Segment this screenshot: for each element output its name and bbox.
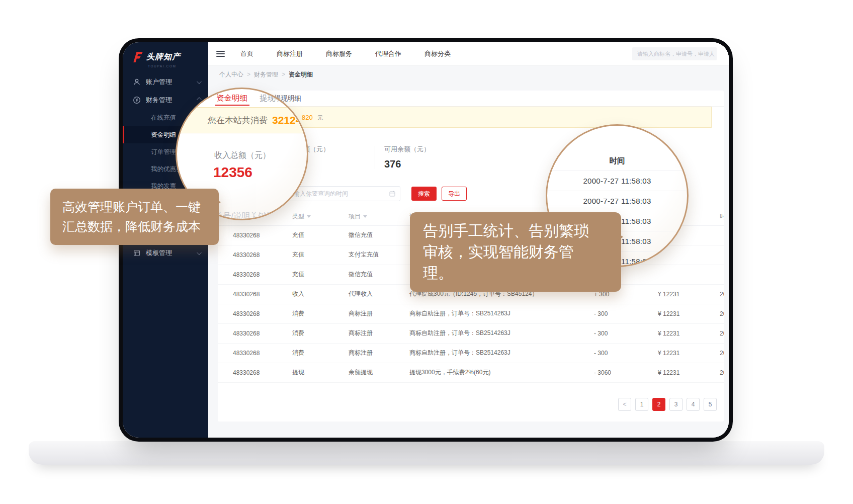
finance-icon [133,96,141,104]
consumption-banner: 820 元 [230,107,712,128]
brand-caption: TOUPAI.COM [123,64,208,73]
time-filter-input[interactable] [288,190,389,197]
breadcrumb-item-0[interactable]: 个人中心 [219,70,243,79]
column-header-1[interactable]: 类型 [277,208,333,225]
cell-project: 微信充值 [333,265,394,284]
sort-caret-icon [363,215,367,220]
nav-item-1[interactable]: 商标注册 [277,49,303,58]
cell-order: 48330268 [218,265,277,284]
cell-type: 消费 [277,304,333,323]
nav-menu: 首页商标注册商标服务代理合作商标分类 [240,49,451,58]
column-header-6: 时间 [714,208,724,225]
cell-project: 商标注册 [333,304,394,323]
cell-balance: ¥ 12231 [643,284,714,304]
magnified-income-label: 收入总额（元） [214,150,271,161]
cell-time [714,265,724,284]
nav-item-0[interactable]: 首页 [240,49,253,58]
cell-amount: - 3060 [579,363,643,382]
cell-type: 消费 [277,323,333,343]
chevron-down-icon [197,250,202,255]
page-prev-button[interactable]: < [618,398,631,411]
page-button-1[interactable]: 1 [635,398,648,411]
cell-time [714,225,724,245]
brand-logo-icon [131,51,143,63]
cell-project: 支付宝充值 [333,245,394,265]
magnified-banner-text: 您在本站共消费 [208,115,268,126]
cell-type: 消费 [277,343,333,363]
table-row: 48330268消费商标注册商标自助注册，订单号：SB2514263J- 300… [218,323,724,343]
magnified-time-row: 2000-7-27 11:58:03 [547,171,687,191]
cell-project: 商标注册 [333,343,394,363]
export-button[interactable]: 导出 [442,187,467,201]
cell-desc: 商标自助注册，订单号：SB2514263J [394,343,579,363]
cell-type: 提现 [277,363,333,382]
page-button-4[interactable]: 4 [687,398,700,411]
cell-time: 2000-7-27 11:58:03 [714,323,724,343]
top-navbar: 首页商标注册商标服务代理合作商标分类 [208,42,729,65]
cell-order: 48330268 [218,343,277,363]
hamburger-menu-icon[interactable] [216,49,226,58]
breadcrumb-item-1[interactable]: 财务管理 [254,70,278,79]
user-icon [133,78,141,86]
nav-item-2[interactable]: 商标服务 [326,49,352,58]
cell-time: 2000-7-27 11:58:03 [714,284,724,304]
page-button-2[interactable]: 2 [652,398,665,411]
table-row: 48330268消费商标注册商标自助注册，订单号：SB2514263J- 300… [218,304,724,323]
magnified-time-header: 时间 [547,149,687,171]
sort-caret-icon [307,215,311,220]
chevron-down-icon [197,79,202,84]
column-header-label: 时间 [720,213,724,220]
sidebar-group-2[interactable]: 模板管理 [123,244,208,262]
cell-desc: 提现3000元，手续费2%(60元) [394,363,579,382]
card-tabs: 资金明细提现明细 [218,91,724,107]
cell-time: 2000-7-27 11:58:03 [714,343,724,363]
time-filter-field[interactable] [282,186,400,201]
cell-order: 48330268 [218,363,277,382]
tooltip-line: 告别手工统计、告别繁琐 [423,220,608,241]
table-row: 48330268消费商标注册商标自助注册，订单号：SB2514263J- 300… [218,343,724,363]
sidebar-group-0[interactable]: 账户管理 [123,73,208,91]
cell-order: 48330268 [218,304,277,323]
cell-amount: - 300 [579,343,643,363]
page-button-3[interactable]: 3 [669,398,683,411]
table-row: 48330268提现余额提现提现3000元，手续费2%(60元)- 3060¥ … [218,363,724,382]
cell-time [714,245,724,265]
cell-balance: ¥ 12231 [643,343,714,363]
breadcrumb-item-2[interactable]: 资金明细 [289,70,313,79]
cell-desc: 商标自助注册，订单号：SB2514263J [394,304,579,323]
tooltip-line: 高效管理账户订单、一键 [62,197,207,217]
laptop-base [29,441,824,465]
breadcrumb: 个人中心>财务管理>资金明细 [208,65,729,83]
cell-project: 微信充值 [333,225,394,245]
column-header-label: 项目 [349,213,361,220]
banner-amount-fragment: 820 [302,114,313,121]
sidebar-group-label: 账户管理 [146,77,197,87]
page-button-5[interactable]: 5 [704,398,717,411]
magnified-active-tab: 资金明细 [216,93,247,104]
nav-item-3[interactable]: 代理合作 [375,49,401,58]
tooltip-smart-finance: 告别手工统计、告别繁琐审核，实现智能财务管理。 [410,212,621,292]
trademark-search-input[interactable] [632,47,717,60]
column-header-2[interactable]: 项目 [333,208,394,225]
banner-text-fragment: 820 元 [302,107,323,128]
nav-item-4[interactable]: 商标分类 [424,49,451,58]
cell-project: 代理收入 [333,284,394,304]
magnified-banner: 您在本站共消费 32124 [176,107,308,133]
magnified-income-value: 12356 [213,164,252,181]
cell-balance: ¥ 12231 [643,363,714,382]
search-button[interactable]: 搜索 [411,187,437,201]
cell-order: 48330268 [218,245,277,265]
template-icon [133,249,141,257]
logo[interactable]: 头牌知产 [123,42,208,64]
magnified-time-row: 2000-7-27 11:58:03 [547,191,687,211]
sidebar-group-label: 财务管理 [146,96,197,105]
breadcrumb-separator: > [247,71,250,78]
tooltip-line: 理。 [423,263,608,284]
tooltip-finance-efficiency: 高效管理账户订单、一键汇总数据，降低财务成本 [50,189,219,245]
calendar-icon[interactable] [389,191,395,197]
cell-type: 充值 [277,265,333,284]
cell-balance [643,265,714,284]
cell-balance: ¥ 12231 [643,304,714,323]
cell-amount: - 300 [579,323,643,343]
cell-balance: ¥ 12231 [643,323,714,343]
